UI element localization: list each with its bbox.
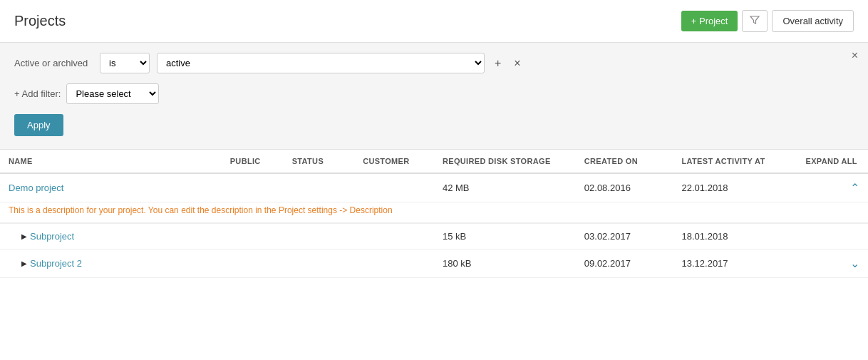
overall-activity-button[interactable]: Overall activity [772,10,854,32]
project-customer-cell [354,173,434,202]
table-row: ▶ Subproject 2 180 kB 09.02.2017 13.12.2… [0,250,868,278]
project-status-cell [284,173,354,202]
chevron-down-icon[interactable]: ⌄ [850,257,859,269]
subproject2-disk-cell: 180 kB [434,250,576,278]
subproject-name-cell: ▶ Subproject [0,224,222,250]
filter-add-condition-button[interactable]: + [492,57,504,70]
subproject2-created-cell: 09.02.2017 [576,250,673,278]
subproject2-expand-cell[interactable]: ⌄ [797,250,868,278]
table-row: ▶ Subproject 15 kB 03.02.2017 18.01.2018 [0,224,868,250]
filter-funnel-icon [750,15,760,25]
col-header-customer: CUSTOMER [354,150,434,173]
filter-panel: × Active or archived is active + × + Add… [0,43,868,150]
table-body: Demo project 42 MB 02.08.2016 22.01.2018… [0,173,868,278]
page-title: Projects [14,13,66,29]
chevron-up-icon[interactable]: ⌃ [850,182,859,194]
apply-button[interactable]: Apply [14,114,63,136]
project-created-cell: 02.08.2016 [576,173,673,202]
project-description: This is a description for your project. … [0,202,868,223]
expand-triangle-icon[interactable]: ▶ [21,232,27,240]
filter-operator-select[interactable]: is [100,53,150,73]
project-activity-cell: 22.01.2018 [673,173,797,202]
subproject-disk-cell: 15 kB [434,224,576,250]
header-actions: + Project Overall activity [681,10,854,32]
filter-icon-button[interactable] [742,10,768,32]
filter-row-label: Active or archived [14,58,93,68]
add-filter-row: + Add filter: Please select [14,83,854,104]
subproject2-indent: ▶ Subproject 2 [9,258,213,269]
subproject-link[interactable]: Subproject [30,231,74,242]
project-link[interactable]: Demo project [9,182,63,193]
project-name-cell: Demo project [0,173,222,202]
expand-triangle-icon[interactable]: ▶ [21,259,27,267]
col-header-created: CREATED ON [576,150,673,173]
project-disk-cell: 42 MB [434,173,576,202]
project-description-row: This is a description for your project. … [0,202,868,224]
filter-close-button[interactable]: × [852,50,858,61]
projects-table: NAME PUBLIC STATUS CUSTOMER REQUIRED DIS… [0,150,868,278]
col-header-disk: REQUIRED DISK STORAGE [434,150,576,173]
col-header-status: STATUS [284,150,354,173]
project-public-cell [222,173,284,202]
page-header: Projects + Project Overall activity [0,0,868,43]
table-header-row: NAME PUBLIC STATUS CUSTOMER REQUIRED DIS… [0,150,868,173]
add-filter-select[interactable]: Please select [66,83,159,104]
project-expand-cell[interactable]: ⌃ [797,173,868,202]
add-filter-label: + Add filter: [14,88,61,99]
subproject2-name-cell: ▶ Subproject 2 [0,250,222,278]
col-header-expand[interactable]: EXPAND ALL [797,150,868,173]
table-header: NAME PUBLIC STATUS CUSTOMER REQUIRED DIS… [0,150,868,173]
col-header-activity: LATEST ACTIVITY AT [673,150,797,173]
col-header-public: PUBLIC [222,150,284,173]
subproject-activity-cell: 18.01.2018 [673,224,797,250]
col-header-name: NAME [0,150,222,173]
new-project-button[interactable]: + Project [681,11,738,31]
subproject2-activity-cell: 13.12.2017 [673,250,797,278]
filter-value-select[interactable]: active [157,53,485,73]
table-row: Demo project 42 MB 02.08.2016 22.01.2018… [0,173,868,202]
subproject-created-cell: 03.02.2017 [576,224,673,250]
filter-row-1: Active or archived is active + × [14,53,854,73]
subproject-indent: ▶ Subproject [9,231,213,242]
subproject2-link[interactable]: Subproject 2 [30,258,82,269]
filter-remove-button[interactable]: × [511,57,523,70]
